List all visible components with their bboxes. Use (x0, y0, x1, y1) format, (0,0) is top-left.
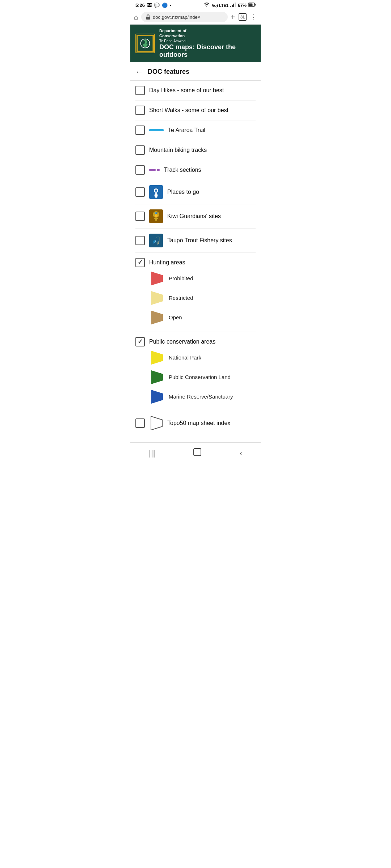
url-box[interactable]: doc.govt.nz/map/inde× (141, 12, 228, 22)
checkbox-taupo-trout[interactable] (135, 236, 145, 245)
svg-marker-25 (151, 272, 163, 285)
label-te-araroa: Te Araroa Trail (168, 127, 205, 133)
svg-rect-21 (154, 218, 158, 219)
list-item-topo50[interactable]: Topo50 map sheet index (135, 411, 256, 435)
checkbox-track-sections[interactable] (135, 165, 145, 175)
dot-indicator: • (170, 3, 172, 8)
status-right: Vo) LTE1 67% (203, 2, 256, 8)
svg-marker-30 (151, 390, 163, 404)
list-item-mountain-biking[interactable]: Mountain biking tracks (135, 140, 256, 160)
checkbox-day-hikes[interactable] (135, 86, 145, 95)
checkbox-public-conservation[interactable] (135, 337, 145, 346)
label-public-conservation: Public conservation areas (149, 339, 215, 345)
checkbox-te-araroa[interactable] (135, 125, 145, 135)
checkbox-hunting-areas[interactable] (135, 258, 145, 267)
kiwi-guardians-icon: 🥇 (149, 209, 163, 223)
checkbox-topo50[interactable] (135, 418, 145, 428)
label-topo50: Topo50 map sheet index (167, 420, 230, 426)
tab-count: 31 (240, 15, 245, 19)
checkbox-short-walks[interactable] (135, 106, 145, 115)
messenger-icon: 🔵 (162, 3, 168, 8)
label-hunting-areas: Hunting areas (149, 259, 185, 266)
label-short-walks: Short Walks - some of our best (149, 107, 228, 114)
topo50-icon (149, 416, 163, 430)
list-item-places-to-go[interactable]: Places to go (135, 180, 256, 204)
national-park-flag-icon (150, 351, 164, 365)
te-araroa-trail-icon (149, 129, 164, 131)
nav-home-button[interactable] (192, 447, 202, 459)
sub-item-restricted: Restricted (150, 288, 256, 308)
svg-text:🎣: 🎣 (152, 236, 161, 245)
tab-count-box[interactable]: 31 (239, 13, 247, 21)
org-name-line2: Conservation (159, 33, 256, 38)
sub-item-marine-reserve: Marine Reserve/Sanctuary (150, 387, 256, 407)
list-item-hunting-areas[interactable]: Hunting areas (135, 253, 256, 269)
list-item-te-araroa[interactable]: Te Araroa Trail (135, 120, 256, 140)
svg-rect-7 (146, 17, 150, 20)
svg-rect-2 (233, 4, 234, 7)
signal-bars (230, 2, 236, 8)
svg-marker-28 (151, 351, 163, 365)
svg-rect-6 (249, 4, 253, 6)
taupo-trout-icon: 🎣 (149, 234, 163, 247)
label-restricted: Restricted (169, 295, 193, 301)
status-left: 5:26 🖼 💬 🔵 • (135, 3, 172, 8)
open-flag-icon (150, 311, 164, 324)
lte-label: Vo) LTE1 (212, 3, 228, 8)
url-text: doc.govt.nz/map/inde× (153, 14, 200, 20)
svg-marker-27 (151, 311, 163, 324)
svg-rect-22 (155, 219, 157, 221)
gallery-icon: 🖼 (147, 3, 152, 8)
svg-rect-1 (232, 5, 233, 7)
svg-rect-12 (152, 35, 154, 52)
svg-point-17 (155, 190, 157, 192)
list-item-short-walks[interactable]: Short Walks - some of our best (135, 101, 256, 120)
label-open: Open (169, 314, 182, 320)
label-marine-reserve: Marine Reserve/Sanctuary (169, 393, 233, 400)
lock-icon (146, 14, 151, 20)
battery-icon (248, 3, 256, 8)
header-text: Department of Conservation Te Papa Atawh… (159, 28, 256, 59)
label-day-hikes: Day Hikes - some of our best (149, 87, 224, 94)
label-national-park: National Park (169, 354, 201, 361)
svg-rect-11 (136, 35, 138, 52)
status-bar: 5:26 🖼 💬 🔵 • Vo) LTE1 67% (130, 0, 261, 10)
back-button[interactable]: ← (135, 67, 143, 77)
svg-rect-3 (235, 3, 236, 7)
conservation-sub-items: National Park Public Conservation Land M… (135, 348, 256, 411)
feature-list: Day Hikes - some of our best Short Walks… (130, 81, 261, 435)
nav-bar: ||| ‹ (130, 442, 261, 465)
svg-rect-32 (194, 448, 201, 456)
list-item-day-hikes[interactable]: Day Hikes - some of our best (135, 81, 256, 101)
svg-text:🥇: 🥇 (154, 212, 159, 217)
list-item-track-sections[interactable]: Track sections (135, 160, 256, 180)
list-item-public-conservation[interactable]: Public conservation areas (135, 332, 256, 348)
label-mountain-biking: Mountain biking tracks (149, 147, 207, 153)
checkbox-kiwi-guardians[interactable] (135, 212, 145, 221)
public-conservation-land-flag-icon (150, 370, 164, 384)
list-item-taupo-trout[interactable]: 🎣 Taupō Trout Fishery sites (135, 229, 256, 253)
label-places-to-go: Places to go (167, 189, 199, 195)
checkbox-places-to-go[interactable] (135, 187, 145, 197)
nav-menu-button[interactable]: ||| (149, 448, 155, 458)
battery-percentage: 67% (238, 3, 247, 8)
page-title: DOC features (148, 68, 189, 76)
label-public-conservation-land: Public Conservation Land (169, 374, 231, 380)
sub-item-public-conservation-land: Public Conservation Land (150, 367, 256, 387)
more-options-icon[interactable]: ⋮ (250, 13, 257, 21)
marine-reserve-flag-icon (150, 390, 164, 404)
svg-rect-5 (255, 4, 256, 6)
nav-back-button[interactable]: ‹ (240, 449, 242, 457)
sub-item-national-park: National Park (150, 348, 256, 367)
svg-marker-26 (151, 291, 163, 305)
checkbox-mountain-biking[interactable] (135, 145, 145, 155)
home-icon[interactable]: ⌂ (134, 13, 138, 21)
page-nav: ← DOC features (130, 62, 261, 81)
header-org: Department of Conservation Te Papa Atawh… (159, 28, 256, 43)
sub-item-open: Open (150, 308, 256, 327)
new-tab-icon[interactable]: + (231, 13, 235, 21)
restricted-flag-icon (150, 291, 164, 305)
wifi-icon (203, 2, 210, 8)
svg-point-14 (143, 41, 145, 44)
list-item-kiwi-guardians[interactable]: 🥇 Kiwi Guardians' sites (135, 204, 256, 229)
